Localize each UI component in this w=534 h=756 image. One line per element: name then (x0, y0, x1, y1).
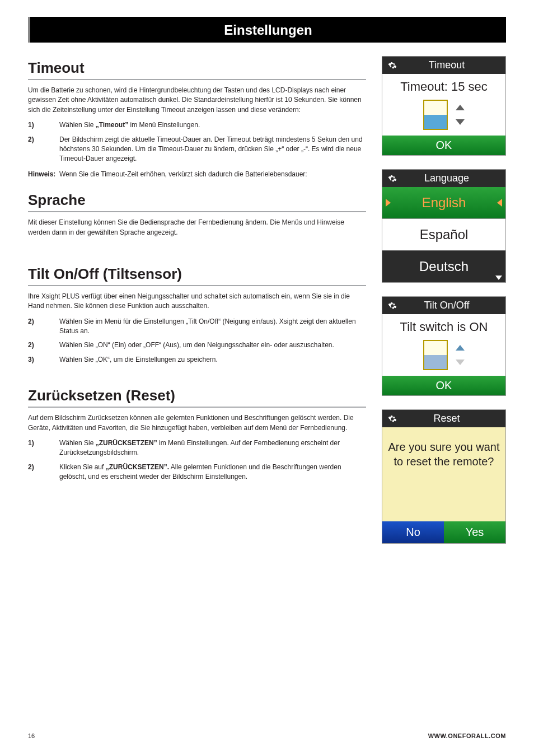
gear-icon (388, 61, 397, 70)
list-number: 2) (28, 135, 59, 164)
screen-title: Language (402, 172, 500, 184)
page-banner: Einstellungen (28, 17, 506, 43)
timeout-intro: Um die Batterie zu schonen, wird die Hin… (28, 86, 366, 115)
list-item: Wählen Sie „ZURÜCKSETZEN” im Menü Einste… (59, 438, 366, 458)
timeout-slider[interactable] (423, 100, 448, 130)
list-item: Wählen Sie „ON“ (Ein) oder „OFF“ (Aus), … (59, 340, 366, 350)
text-fragment: Wählen Sie (59, 121, 96, 129)
screen-reset: Reset Are you sure you want to reset the… (382, 409, 506, 544)
arrow-up-icon[interactable] (456, 345, 465, 351)
language-label: Deutsch (419, 259, 469, 274)
bold-term: „ZURÜCKSETZEN”. (106, 463, 169, 471)
text-fragment: Klicken Sie auf (59, 463, 106, 471)
reset-confirm-text: Are you sure you want to reset the remot… (382, 427, 505, 521)
screen-language: Language English Español Deutsch (382, 169, 506, 283)
list-item: Der Bildschirm zeigt die aktuelle Timeou… (59, 135, 366, 164)
yes-button[interactable]: Yes (444, 521, 505, 543)
gear-icon (388, 174, 397, 183)
language-option-espanol[interactable]: Español (382, 218, 505, 250)
page-number: 16 (28, 732, 35, 739)
section-title-reset: Zurücksetzen (Reset) (28, 387, 366, 408)
screen-title: Timeout (402, 59, 500, 71)
screen-title: Tilt On/Off (402, 300, 500, 311)
sprache-intro: Mit dieser Einstellung können Sie die Be… (28, 218, 366, 237)
list-item: Klicken Sie auf „ZURÜCKSETZEN”. Alle gel… (59, 463, 366, 482)
more-down-icon (495, 276, 502, 280)
no-button[interactable]: No (382, 521, 444, 543)
arrow-up-icon[interactable] (456, 105, 465, 110)
screen-title: Reset (402, 413, 500, 424)
list-item: Wählen Sie „Timeout” im Menü Einstellung… (59, 120, 366, 130)
tilt-status-label: Tilt switch is ON (382, 314, 505, 338)
text-fragment: Wählen Sie (59, 439, 96, 447)
screen-timeout: Timeout Timeout: 15 sec OK (382, 56, 506, 156)
list-item: Wählen Sie im Menü für die Einstellungen… (59, 317, 366, 337)
section-title-sprache: Sprache (28, 192, 366, 212)
bold-term: „ZURÜCKSETZEN” (96, 439, 157, 447)
note-label: Hinweis: (28, 170, 59, 179)
section-title-tilt: Tilt On/Off (Tiltsensor) (28, 265, 366, 286)
language-option-deutsch[interactable]: Deutsch (382, 250, 505, 282)
screen-tilt: Tilt On/Off Tilt switch is ON OK (382, 296, 506, 396)
tilt-slider[interactable] (423, 340, 448, 370)
bold-term: „Timeout” (96, 121, 128, 129)
text-fragment: im Menü Einstellungen. (128, 121, 200, 129)
section-title-timeout: Timeout (28, 59, 366, 80)
arrow-down-icon[interactable] (456, 119, 465, 125)
gear-icon (388, 301, 397, 310)
timeout-value-label: Timeout: 15 sec (382, 74, 505, 97)
footer-url: WWW.ONEFORALL.COM (428, 732, 506, 739)
list-number: 3) (28, 355, 59, 365)
gear-icon (388, 414, 397, 423)
list-item: Wählen Sie „OK“, um die Einstellungen zu… (59, 355, 366, 365)
list-number: 2) (28, 317, 59, 337)
language-option-english[interactable]: English (382, 187, 505, 218)
ok-button[interactable]: OK (382, 136, 505, 155)
tilt-intro: Ihre Xsight PLUS verfügt über einen Neig… (28, 292, 366, 311)
list-number: 1) (28, 120, 59, 130)
arrow-down-icon[interactable] (456, 360, 465, 365)
list-number: 2) (28, 463, 59, 482)
list-number: 2) (28, 340, 59, 350)
list-number: 1) (28, 438, 59, 458)
ok-button[interactable]: OK (382, 376, 505, 395)
note-text: Wenn Sie die Timeout-Zeit erhöhen, verkü… (59, 170, 366, 179)
reset-intro: Auf dem Bildschirm Zurücksetzen können a… (28, 413, 366, 433)
